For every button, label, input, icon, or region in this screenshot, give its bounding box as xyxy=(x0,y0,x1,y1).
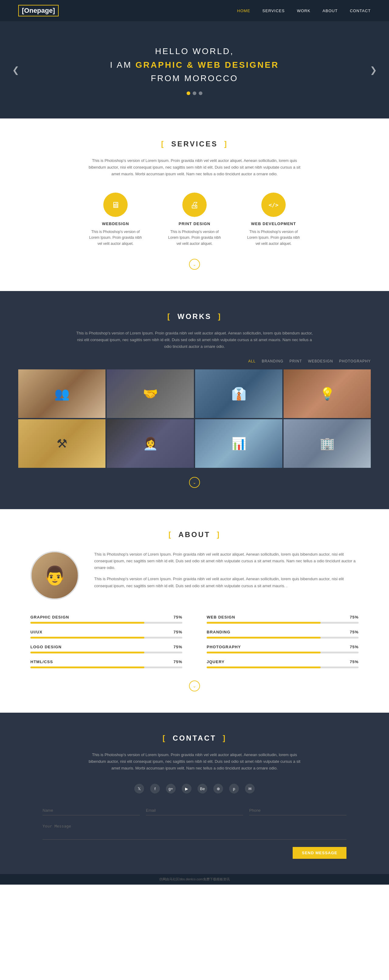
nav-work[interactable]: WORK xyxy=(297,8,310,13)
skill-photography-bar xyxy=(207,652,359,654)
logo-bracket-close: ] xyxy=(53,7,55,14)
filter-branding[interactable]: BRANDING xyxy=(261,359,283,363)
social-youtube[interactable]: ▶ xyxy=(182,784,191,794)
skill-graphic-design: GRAPHIC DESIGN 75% xyxy=(30,615,182,624)
nav-services[interactable]: SERVICES xyxy=(262,8,285,13)
skill-jquery-header: JQUERY 75% xyxy=(207,660,359,664)
skill-uiux-fill xyxy=(30,637,144,638)
nav-links: HOME SERVICES WORK ABOUT CONTACT xyxy=(237,8,371,13)
services-grid: 🖥 WEBDESIGN This is Photoshop's version … xyxy=(30,192,359,247)
skill-photography-pct: 75% xyxy=(350,644,359,649)
work-item-5[interactable]: ⚒ xyxy=(18,419,105,468)
services-down-arrow[interactable]: ⌄ xyxy=(30,259,359,270)
skill-logo-design-header: LOGO DESIGN 75% xyxy=(30,644,182,649)
about-avatar: 👨 xyxy=(30,551,79,600)
nav-about[interactable]: ABOUT xyxy=(322,8,338,13)
social-facebook[interactable]: f xyxy=(150,784,160,794)
skill-graphic-design-bar xyxy=(30,622,182,624)
about-bracket-close: ] xyxy=(217,530,221,539)
logo-text: Onepage xyxy=(24,7,53,14)
work-item-4[interactable]: 💡 xyxy=(284,369,371,418)
contact-form: SEND MESSAGE xyxy=(43,806,346,859)
hero-dot-2[interactable] xyxy=(193,91,196,95)
hero-next-button[interactable]: ❯ xyxy=(370,65,377,75)
logo[interactable]: [Onepage] xyxy=(18,5,59,16)
work-item-3[interactable]: 👔 xyxy=(195,369,282,418)
skill-jquery-bar xyxy=(207,667,359,668)
contact-name-input[interactable] xyxy=(43,806,140,815)
services-down-circle[interactable]: ⌄ xyxy=(189,259,200,270)
hero-line2-accent: GRAPHIC & WEB DESIGNER xyxy=(136,60,279,70)
skill-logo-design-fill xyxy=(30,652,144,654)
service-printdesign: 🖨 PRINT DESIGN This is Photoshop's versi… xyxy=(167,192,222,247)
contact-form-row1 xyxy=(43,806,346,815)
about-down-circle[interactable]: ⌄ xyxy=(189,681,200,691)
navbar: [Onepage] HOME SERVICES WORK ABOUT CONTA… xyxy=(0,0,389,21)
hero-dot-1[interactable] xyxy=(187,91,190,95)
works-down-circle[interactable]: ⌄ xyxy=(189,477,200,488)
skill-web-design: WEB DESIGN 75% xyxy=(207,615,359,624)
skill-photography-name: PHOTOGRAPHY xyxy=(207,644,241,649)
service-webdesign: 🖥 WEBDESIGN This is Photoshop's version … xyxy=(88,192,143,247)
contact-message-input[interactable] xyxy=(43,821,346,840)
skill-htmlcss-header: HTML/CSS 75% xyxy=(30,660,182,664)
skill-logo-design: LOGO DESIGN 75% xyxy=(30,644,182,654)
skill-web-design-bar xyxy=(207,622,359,624)
contact-phone-input[interactable] xyxy=(249,806,346,815)
social-links: 𝕏 f g+ ▶ Be ⊕ p ✉ xyxy=(30,784,359,794)
webdev-desc: This is Photoshop's version of Lorem Ips… xyxy=(246,229,301,247)
skill-htmlcss-fill xyxy=(30,667,144,668)
social-behance[interactable]: Be xyxy=(198,784,207,794)
skill-web-design-pct: 75% xyxy=(350,615,359,619)
social-googleplus[interactable]: g+ xyxy=(166,784,175,794)
works-filter: ALL BRANDING PRINT WEBDESIGN PHOTOGRAPHY xyxy=(18,359,371,363)
filter-webdesign[interactable]: WEBDESIGN xyxy=(308,359,333,363)
social-pinterest[interactable]: p xyxy=(229,784,239,794)
contact-bracket-open: [ xyxy=(163,734,166,742)
nav-contact[interactable]: CONTACT xyxy=(350,8,371,13)
services-title-text: SERVICES xyxy=(171,140,218,148)
hero-dot-3[interactable] xyxy=(199,91,202,95)
skill-uiux: UI/UX 75% xyxy=(30,630,182,638)
skill-logo-design-name: LOGO DESIGN xyxy=(30,644,62,649)
work-item-2[interactable]: 🤝 xyxy=(107,369,194,418)
work-img-3: 👔 xyxy=(195,369,282,418)
skill-htmlcss: HTML/CSS 75% xyxy=(30,660,182,668)
contact-submit-row: SEND MESSAGE xyxy=(43,847,346,859)
work-img-1: 👥 xyxy=(18,369,105,418)
filter-print[interactable]: PRINT xyxy=(290,359,302,363)
skill-htmlcss-pct: 75% xyxy=(174,660,182,664)
contact-submit-button[interactable]: SEND MESSAGE xyxy=(293,847,346,859)
nav-home[interactable]: HOME xyxy=(237,8,250,13)
hero-prev-button[interactable]: ❮ xyxy=(12,65,19,75)
filter-photography[interactable]: PHOTOGRAPHY xyxy=(339,359,371,363)
contact-email-input[interactable] xyxy=(146,806,243,815)
webdesign-icon: 🖥 xyxy=(103,192,128,217)
work-item-7[interactable]: 📊 xyxy=(195,419,282,468)
work-item-6[interactable]: 👩‍💼 xyxy=(107,419,194,468)
services-intro-text: This is Photoshop's version of Lorem Ips… xyxy=(88,158,301,177)
services-section: [ SERVICES ] This is Photoshop's version… xyxy=(0,118,389,291)
skill-branding-fill xyxy=(207,637,320,638)
hero-line3: FROM MOROCCO xyxy=(151,73,238,83)
skill-jquery-fill xyxy=(207,667,320,668)
services-title-bracket-open: [ xyxy=(161,140,165,148)
skill-graphic-design-header: GRAPHIC DESIGN 75% xyxy=(30,615,182,619)
social-twitter[interactable]: 𝕏 xyxy=(134,784,144,794)
contact-title: [ CONTACT ] xyxy=(30,734,359,743)
filter-all[interactable]: ALL xyxy=(248,359,255,363)
social-dribbble[interactable]: ⊕ xyxy=(214,784,223,794)
skill-jquery: JQUERY 75% xyxy=(207,660,359,668)
skill-logo-design-pct: 75% xyxy=(174,644,182,649)
work-item-1[interactable]: 👥 xyxy=(18,369,105,418)
about-down-arrow[interactable]: ⌄ xyxy=(30,681,359,691)
printdesign-name: PRINT DESIGN xyxy=(167,221,222,226)
works-down-arrow[interactable]: ⌄ xyxy=(18,477,371,488)
social-email[interactable]: ✉ xyxy=(245,784,255,794)
skill-web-design-header: WEB DESIGN 75% xyxy=(207,615,359,619)
footer-text: 仿网由马社区bbs.denlco.com免费下载模板资讯 xyxy=(159,877,230,881)
hero-section: ❮ HELLO WORLD, I AM GRAPHIC & WEB DESIGN… xyxy=(0,21,389,118)
skill-uiux-bar xyxy=(30,637,182,638)
work-item-8[interactable]: 🏢 xyxy=(284,419,371,468)
about-bracket-open: [ xyxy=(168,530,172,539)
